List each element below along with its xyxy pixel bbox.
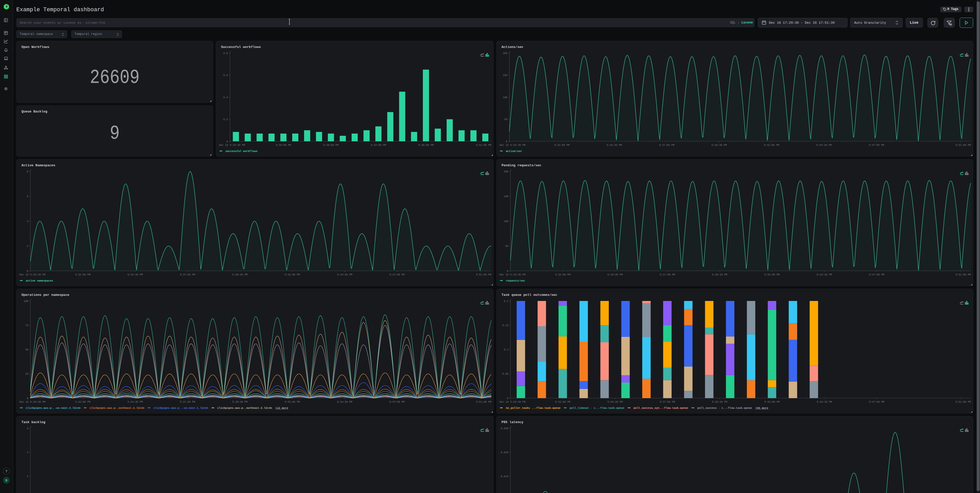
svg-text:5:42:00 PM: 5:42:00 PM [764, 273, 780, 276]
svg-text:D: D [5, 479, 7, 482]
svg-text:5:42:00 PM: 5:42:00 PM [285, 273, 300, 276]
svg-text:0.038: 0.038 [501, 427, 508, 430]
svg-text:5:42:00 PM: 5:42:00 PM [371, 144, 386, 147]
svg-text:5:32:00 PM: 5:32:00 PM [555, 401, 570, 403]
svg-text:0.15: 0.15 [502, 324, 508, 327]
svg-text:20K: 20K [504, 170, 508, 173]
svg-text:5:32:00 PM: 5:32:00 PM [555, 273, 570, 276]
svg-text:15K: 15K [504, 195, 508, 198]
svg-text:poll_timeout · c..-flow-task-q: poll_timeout · c..-flow-task-queue [570, 407, 624, 410]
svg-text:0.2: 0.2 [223, 118, 228, 121]
svg-text:5:39:30 PM: 5:39:30 PM [712, 401, 727, 403]
svg-text:0.4: 0.4 [223, 96, 228, 99]
svg-text:5:42:00 PM: 5:42:00 PM [764, 144, 779, 147]
svg-text:successful workflows: successful workflows [225, 150, 258, 153]
svg-text:2: 2 [27, 245, 28, 248]
svg-text:0: 0 [27, 270, 28, 273]
svg-text:5:32:00 PM: 5:32:00 PM [554, 144, 570, 147]
svg-text:no_poller_tasks ..-flow-task-q: no_poller_tasks ..-flow-task-queue [506, 407, 560, 410]
svg-text:5:51:00 PM: 5:51:00 PM [476, 144, 491, 147]
svg-text:0.029: 0.029 [501, 451, 508, 454]
svg-text:clickpipes-aws-p..-us-east-2.l: clickpipes-aws-p..-us-east-2.l2c4n [26, 407, 80, 410]
svg-text:5:37:00 PM: 5:37:00 PM [180, 401, 195, 403]
svg-text:5:47:00 PM: 5:47:00 PM [869, 144, 884, 147]
svg-text:5:51:00 PM: 5:51:00 PM [476, 273, 491, 276]
svg-text:50: 50 [504, 118, 508, 121]
svg-text:Dec 16 5:29:30 PM: Dec 16 5:29:30 PM [19, 401, 45, 403]
svg-text:5:34:00 PM: 5:34:00 PM [275, 144, 291, 147]
svg-text:5:34:30 PM: 5:34:30 PM [608, 401, 623, 403]
svg-text:4: 4 [27, 220, 28, 223]
svg-text:0: 0 [506, 140, 508, 143]
svg-text:5:37:00 PM: 5:37:00 PM [180, 273, 195, 276]
svg-text:50: 50 [25, 349, 28, 351]
svg-text:5:47:00 PM: 5:47:00 PM [869, 273, 884, 276]
svg-text:5:34:30 PM: 5:34:30 PM [608, 273, 623, 276]
svg-text:5:51:00 PM: 5:51:00 PM [956, 273, 971, 276]
svg-text:6: 6 [27, 195, 28, 198]
svg-text:clickpipes-aws-p..-us-east-1.l: clickpipes-aws-p..-us-east-1.l2c4n [153, 407, 208, 410]
svg-text:0.6: 0.6 [223, 74, 228, 77]
svg-text:5:44:30 PM: 5:44:30 PM [337, 401, 352, 403]
svg-text:clickpipes-aws-p..outheast-2.l: clickpipes-aws-p..outheast-2.l2c4n [89, 407, 144, 410]
svg-text:5:37:00 PM: 5:37:00 PM [660, 273, 675, 276]
svg-text:100: 100 [503, 96, 508, 99]
svg-text:5:38:00 PM: 5:38:00 PM [323, 144, 339, 147]
svg-text:5:39:30 PM: 5:39:30 PM [711, 144, 727, 147]
svg-text:?: ? [5, 469, 7, 473]
svg-text:3: 3 [27, 451, 28, 454]
svg-text:5:34:30 PM: 5:34:30 PM [127, 273, 143, 276]
svg-text:Dec 16 5:29:30 PM: Dec 16 5:29:30 PM [219, 144, 245, 147]
svg-text:0.05: 0.05 [502, 373, 508, 376]
svg-text:0: 0 [507, 270, 508, 273]
svg-text:5:44:30 PM: 5:44:30 PM [817, 273, 832, 276]
svg-text:poll_success · c..-flow-task-q: poll_success · c..-flow-task-queue [697, 407, 752, 410]
svg-text:5:34:30 PM: 5:34:30 PM [127, 401, 143, 403]
svg-text:5:37:00 PM: 5:37:00 PM [659, 144, 674, 147]
svg-text:Dec 16 5:29:30 PM: Dec 16 5:29:30 PM [500, 401, 525, 403]
svg-text:active namespaces: active namespaces [26, 279, 53, 282]
svg-text:2: 2 [27, 475, 28, 478]
svg-text:0.1: 0.1 [504, 349, 508, 351]
svg-text:poll_success_syn..-flow-task-q: poll_success_syn..-flow-task-queue [633, 407, 688, 410]
svg-text:5:39:30 PM: 5:39:30 PM [232, 401, 248, 403]
svg-text:200: 200 [503, 52, 508, 55]
svg-text:+56 more: +56 more [756, 407, 768, 410]
svg-text:0: 0 [507, 397, 508, 400]
svg-text:150: 150 [503, 74, 508, 77]
svg-text:5:32:00 PM: 5:32:00 PM [75, 273, 90, 276]
svg-text:75: 75 [25, 324, 28, 327]
svg-text:5:44:30 PM: 5:44:30 PM [817, 401, 832, 403]
svg-text:5:34:30 PM: 5:34:30 PM [607, 144, 622, 147]
svg-text:requests/sec: requests/sec [506, 279, 525, 282]
svg-text:0: 0 [226, 140, 228, 143]
svg-text:5K: 5K [505, 245, 508, 248]
svg-text:5:42:00 PM: 5:42:00 PM [764, 401, 780, 403]
svg-text:25: 25 [25, 373, 28, 376]
svg-text:action/sec: action/sec [506, 150, 522, 153]
svg-text:5:46:00 PM: 5:46:00 PM [418, 144, 434, 147]
svg-text:5:47:00 PM: 5:47:00 PM [390, 273, 405, 276]
svg-text:0: 0 [27, 397, 28, 400]
svg-text:5:32:00 PM: 5:32:00 PM [75, 401, 90, 403]
svg-text:5:44:30 PM: 5:44:30 PM [816, 144, 832, 147]
svg-text:5:39:30 PM: 5:39:30 PM [232, 273, 248, 276]
svg-text:5:39:30 PM: 5:39:30 PM [712, 273, 727, 276]
svg-text:5:44:30 PM: 5:44:30 PM [337, 273, 352, 276]
svg-text:5:51:00 PM: 5:51:00 PM [476, 401, 491, 403]
svg-text:+12 more: +12 more [275, 407, 288, 410]
svg-text:10K: 10K [504, 220, 508, 223]
svg-text:0.2: 0.2 [504, 300, 508, 303]
svg-text:0.019: 0.019 [501, 475, 508, 478]
svg-text:5:51:00 PM: 5:51:00 PM [956, 401, 971, 403]
svg-text:4: 4 [27, 427, 28, 430]
svg-text:5:42:00 PM: 5:42:00 PM [285, 401, 300, 403]
svg-text:5:37:00 PM: 5:37:00 PM [660, 401, 675, 403]
svg-text:5:47:00 PM: 5:47:00 PM [390, 401, 405, 403]
svg-text:clickpipes-aws-p..outheast-2.l: clickpipes-aws-p..outheast-2.l2c4n [218, 407, 272, 410]
svg-text:Dec 16 5:29:30 PM: Dec 16 5:29:30 PM [19, 273, 45, 276]
svg-text:5:47:00 PM: 5:47:00 PM [869, 401, 884, 403]
svg-text:0.8: 0.8 [223, 52, 228, 55]
svg-text:Dec 16 5:29:30 PM: Dec 16 5:29:30 PM [500, 273, 525, 276]
svg-text:100: 100 [24, 300, 28, 303]
